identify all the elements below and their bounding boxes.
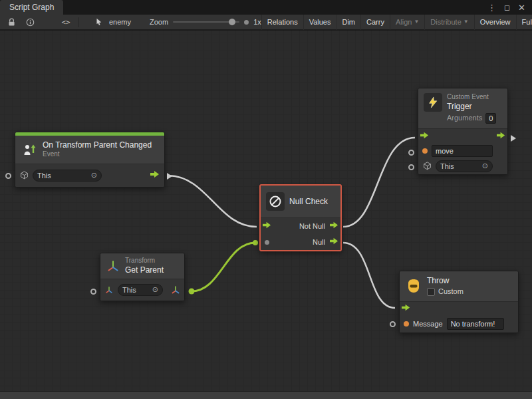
node-title: Null Check: [289, 197, 328, 207]
node-header[interactable]: Throw Custom: [400, 271, 518, 301]
transform-output-port[interactable]: [171, 285, 180, 295]
message-label: Message: [413, 320, 443, 328]
toolbar-buttons: Relations Values Dim Carry Align▼ Distri…: [261, 15, 532, 30]
transform-icon: [106, 259, 120, 273]
overview-button[interactable]: Overview: [474, 15, 516, 30]
maximize-icon[interactable]: ◻: [504, 4, 510, 11]
zoom-slider-handle[interactable]: [229, 19, 235, 25]
graph-name-label: enemy: [109, 18, 131, 26]
tab-script-graph[interactable]: Script Graph: [0, 0, 63, 15]
message-port[interactable]: [404, 321, 409, 327]
control-input-port[interactable]: [262, 220, 272, 232]
target-dropdown[interactable]: This ⊙: [118, 284, 163, 296]
value-input-port[interactable]: [5, 173, 11, 179]
relations-button[interactable]: Relations: [261, 15, 303, 30]
dim-button[interactable]: Dim: [336, 15, 360, 30]
node-null-check[interactable]: Null Check Not Null Null: [259, 184, 342, 251]
null-output-port[interactable]: [329, 236, 339, 248]
node-category: Custom Event: [447, 93, 496, 102]
lock-icon[interactable]: [5, 16, 17, 28]
node-throw[interactable]: Throw Custom Message: [399, 271, 519, 333]
control-input-port[interactable]: [401, 303, 411, 315]
object-picker-icon[interactable]: ⊙: [482, 162, 488, 170]
graph-name-group: enemy: [94, 16, 131, 28]
value-input-port[interactable]: [390, 321, 396, 327]
distribute-button[interactable]: Distribute▼: [424, 15, 473, 30]
tab-bar: Script Graph ⋮ ◻ ✕: [0, 0, 532, 15]
value-input-port-target[interactable]: [408, 164, 414, 170]
node-subtitle: Event: [43, 150, 152, 159]
toolbar-left-group: <>: [0, 16, 79, 28]
values-button[interactable]: Values: [303, 15, 336, 30]
null-label: Null: [313, 238, 325, 246]
node-get-parent[interactable]: Transform Get Parent This ⊙: [100, 253, 185, 301]
info-icon[interactable]: [24, 16, 36, 28]
wire-nullcheck-to-throw: [343, 243, 395, 308]
object-picker-icon[interactable]: ⊙: [91, 172, 97, 179]
tab-title: Script Graph: [9, 3, 54, 12]
object-picker-icon[interactable]: ⊙: [152, 286, 158, 293]
value-input-port-name[interactable]: [408, 150, 414, 156]
not-null-output-port[interactable]: [329, 220, 339, 232]
chevron-down-icon: ▼: [464, 19, 469, 25]
throw-icon: [405, 277, 422, 295]
custom-event-icon: [424, 93, 442, 112]
node-header[interactable]: On Transform Parent Changed Event: [15, 136, 164, 164]
graph-toolbar: <> enemy Zoom 1x Relations Values Dim Ca…: [0, 15, 532, 30]
node-body: Message: [400, 301, 518, 332]
value-input-port[interactable]: [90, 289, 96, 295]
align-button[interactable]: Align▼: [390, 15, 424, 30]
wire-event-to-nullcheck: [168, 176, 257, 227]
node-body: Not Null Null: [261, 217, 340, 250]
custom-checkbox[interactable]: [427, 288, 435, 296]
null-check-icon: [266, 192, 285, 211]
bottom-strip: [0, 391, 532, 399]
target-value: This: [440, 162, 454, 170]
kebab-menu-icon[interactable]: ⋮: [487, 3, 496, 12]
gameobject-cube-icon: [19, 171, 29, 180]
not-null-label: Not Null: [299, 222, 325, 230]
fullscreen-button[interactable]: Full Screen: [516, 15, 532, 30]
chevron-down-icon: ▼: [414, 19, 419, 25]
wire-green-start-dot: [189, 289, 195, 295]
event-name-input[interactable]: [432, 145, 493, 157]
control-output-triangle[interactable]: [167, 173, 172, 180]
node-category: Transform: [125, 257, 164, 265]
message-input[interactable]: [447, 318, 504, 330]
zoom-label: Zoom: [150, 18, 168, 26]
target-dropdown[interactable]: This ⊙: [33, 170, 102, 182]
transform-parent-changed-icon: [21, 141, 38, 158]
node-on-transform-parent-changed[interactable]: On Transform Parent Changed Event This ⊙: [15, 132, 165, 188]
node-header[interactable]: Custom Event Trigger Arguments 0: [418, 88, 507, 128]
arguments-label: Arguments: [447, 114, 482, 123]
node-title: Throw: [427, 276, 464, 286]
target-value: This: [122, 286, 136, 294]
value-input-port[interactable]: [265, 240, 269, 245]
target-dropdown[interactable]: This ⊙: [436, 160, 493, 172]
control-input-port[interactable]: [420, 130, 430, 142]
code-view-icon[interactable]: <>: [60, 16, 72, 28]
gameobject-cube-icon: [422, 162, 432, 171]
node-header[interactable]: Null Check: [261, 186, 340, 217]
node-trigger-custom-event[interactable]: Custom Event Trigger Arguments 0: [418, 88, 508, 175]
control-output-port[interactable]: [150, 170, 160, 182]
node-body: This ⊙: [418, 128, 507, 174]
zoom-slider[interactable]: [173, 21, 239, 23]
node-title: On Transform Parent Changed: [43, 140, 152, 150]
carry-button[interactable]: Carry: [360, 15, 390, 30]
node-title: Trigger: [447, 102, 496, 112]
node-header[interactable]: Transform Get Parent: [100, 253, 184, 279]
wire-green-end-dot: [253, 240, 258, 245]
event-name-port[interactable]: [422, 148, 428, 154]
node-body: This ⊙: [15, 164, 164, 187]
node-body: This ⊙: [100, 279, 184, 301]
close-icon[interactable]: ✕: [518, 3, 525, 12]
control-output-triangle[interactable]: [511, 135, 516, 142]
zoom-value: 1x: [253, 18, 261, 26]
transform-mini-icon: [104, 285, 114, 295]
graph-canvas[interactable]: On Transform Parent Changed Event This ⊙: [0, 31, 532, 391]
arguments-count-field[interactable]: 0: [485, 113, 496, 124]
target-value: This: [37, 172, 51, 180]
wire-nullcheck-to-trigger: [343, 138, 415, 227]
control-output-port[interactable]: [496, 130, 506, 142]
